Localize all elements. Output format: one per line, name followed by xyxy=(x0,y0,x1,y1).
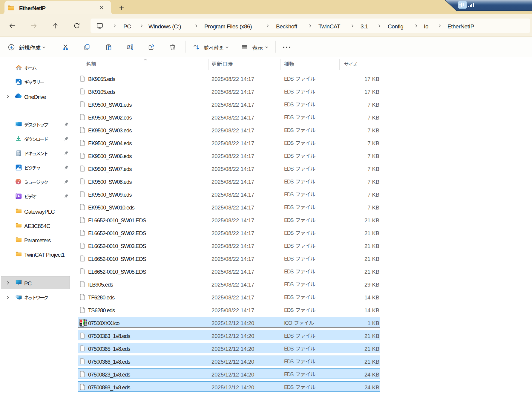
svg-text:A: A xyxy=(128,46,130,49)
